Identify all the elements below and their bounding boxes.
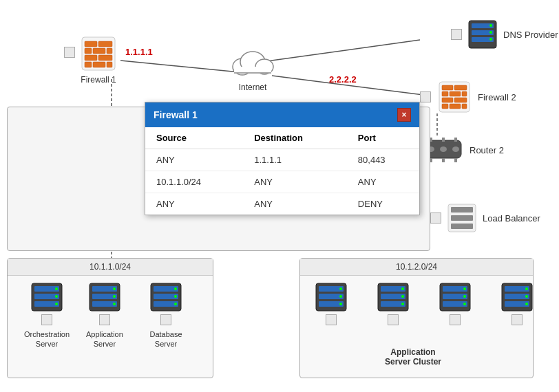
- svg-point-96: [489, 31, 492, 34]
- svg-point-67: [339, 287, 342, 290]
- router2-label: Router 2: [470, 145, 504, 155]
- col-port: Port: [347, 127, 419, 149]
- svg-point-88: [525, 287, 528, 290]
- load-balancer-label: Load Balancer: [483, 213, 540, 224]
- svg-rect-19: [85, 48, 92, 54]
- internet-label: Internet: [239, 83, 267, 94]
- svg-rect-21: [107, 48, 112, 54]
- rule-destination: ANY: [243, 171, 347, 193]
- database-server-label: DatabaseServer: [149, 329, 182, 349]
- svg-point-69: [339, 303, 342, 305]
- orchestration-server-label: OrchestrationServer: [24, 329, 70, 349]
- svg-point-82: [463, 295, 466, 298]
- app-cluster-server3-node: [437, 282, 473, 327]
- dialog-header: Firewall 1 ×: [145, 102, 419, 127]
- svg-point-97: [489, 38, 492, 41]
- orchestration-server-node: OrchestrationServer: [24, 282, 70, 349]
- svg-line-1: [262, 40, 420, 62]
- firewall1-icon: [79, 34, 118, 73]
- rule-port: 80,443: [347, 149, 419, 171]
- svg-point-47: [55, 295, 58, 298]
- svg-point-81: [463, 287, 466, 290]
- load-balancer-side: Load Balancer: [430, 203, 540, 233]
- app-cluster-server2-icon: [375, 282, 411, 312]
- app-cluster-server4-icon: [499, 282, 535, 312]
- firewall2-icon: [436, 79, 472, 115]
- svg-rect-99: [442, 85, 453, 90]
- svg-point-83: [463, 303, 466, 305]
- svg-rect-105: [454, 98, 467, 102]
- app-cluster-server2-node: [375, 282, 411, 327]
- internet-icon: [229, 43, 277, 80]
- svg-point-68: [339, 295, 342, 298]
- svg-point-48: [55, 303, 58, 305]
- svg-rect-22: [85, 55, 97, 61]
- dialog-title: Firewall 1: [154, 109, 198, 120]
- svg-point-60: [174, 287, 177, 290]
- app-cluster-label: ApplicationServer Cluster: [358, 347, 468, 367]
- internet-node: Internet: [229, 43, 277, 94]
- svg-point-74: [401, 287, 404, 290]
- rule-port: ANY: [347, 171, 419, 193]
- subnet2-label: 10.1.2.0/24: [300, 259, 533, 276]
- app-cluster-server4-node: [499, 282, 535, 327]
- svg-point-112: [452, 146, 459, 152]
- network-diagram: Firewall 1 1.1.1.1 Internet 2.2.2.2: [0, 0, 559, 392]
- col-source: Source: [145, 127, 243, 149]
- dns-check: [451, 29, 462, 40]
- svg-rect-17: [85, 41, 97, 47]
- dns-provider-label: DNS Provider: [503, 30, 558, 40]
- rule-port: DENY: [347, 193, 419, 215]
- database-server-icon: [148, 282, 184, 312]
- svg-line-0: [120, 61, 240, 72]
- svg-point-54: [113, 295, 116, 298]
- svg-point-46: [55, 287, 58, 290]
- firewall-rules-table: Source Destination Port ANY 1.1.1.1 80,4…: [145, 127, 419, 215]
- firewall2-side[interactable]: Firewall 2: [420, 79, 516, 115]
- database-server-node: DatabaseServer: [148, 282, 184, 349]
- firewall2-label: Firewall 2: [478, 92, 516, 102]
- svg-rect-122: [451, 224, 473, 229]
- svg-rect-23: [98, 55, 112, 61]
- rule-destination: ANY: [243, 193, 347, 215]
- svg-rect-108: [462, 104, 467, 109]
- svg-rect-102: [450, 91, 461, 96]
- svg-point-76: [401, 303, 404, 305]
- svg-rect-115: [454, 138, 457, 142]
- rule-destination: 1.1.1.1: [243, 149, 347, 171]
- application-server-icon: [87, 282, 123, 312]
- col-destination: Destination: [243, 127, 347, 149]
- svg-rect-24: [85, 62, 92, 67]
- svg-rect-100: [454, 85, 467, 90]
- fw2-check: [420, 91, 431, 102]
- table-row: ANY 1.1.1.1 80,443: [145, 149, 419, 171]
- svg-point-111: [440, 146, 447, 152]
- table-row: 10.1.1.0/24 ANY ANY: [145, 171, 419, 193]
- svg-point-55: [113, 303, 116, 305]
- rule-source: ANY: [145, 149, 243, 171]
- firewall1-node[interactable]: Firewall 1: [79, 34, 118, 86]
- svg-point-62: [174, 303, 177, 305]
- svg-rect-101: [442, 91, 448, 96]
- app-cluster-server1-icon: [313, 282, 349, 312]
- svg-rect-117: [442, 158, 445, 162]
- svg-rect-26: [107, 62, 112, 67]
- application-server-node: ApplicationServer: [86, 282, 123, 349]
- firewall1-label: Firewall 1: [81, 75, 116, 86]
- svg-point-89: [525, 295, 528, 298]
- dialog-close-button[interactable]: ×: [397, 108, 411, 122]
- svg-rect-25: [93, 62, 105, 67]
- svg-rect-120: [451, 207, 473, 213]
- svg-rect-20: [93, 48, 105, 54]
- svg-point-95: [489, 24, 492, 27]
- svg-point-61: [174, 295, 177, 298]
- app-cluster-server3-icon: [437, 282, 473, 312]
- ip2-label: 2.2.2.2: [329, 74, 357, 85]
- svg-point-75: [401, 295, 404, 298]
- svg-rect-18: [98, 41, 112, 47]
- load-balancer-icon: [447, 203, 477, 233]
- dns-server-icon: [467, 19, 498, 50]
- application-server-label: ApplicationServer: [86, 329, 123, 349]
- orchestration-server-icon: [29, 282, 65, 312]
- firewall-dialog[interactable]: Firewall 1 × Source Destination Port ANY…: [145, 102, 420, 215]
